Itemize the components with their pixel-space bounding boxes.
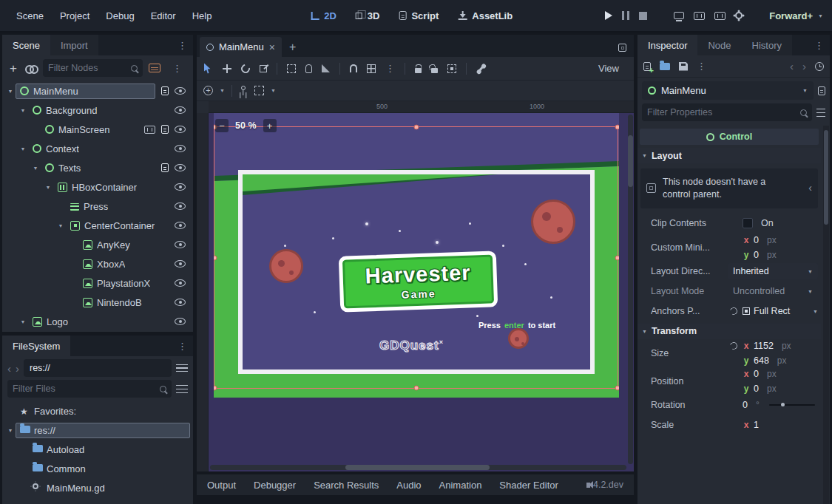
- expand-arrow-icon[interactable]: [18, 108, 28, 113]
- split-mode-icon[interactable]: [176, 364, 188, 372]
- history-back-icon[interactable]: [790, 60, 794, 72]
- workspace-2d-button[interactable]: 2D: [304, 7, 343, 24]
- property-filter-icon[interactable]: [816, 109, 825, 117]
- canvas-hscroll-thumb[interactable]: [345, 465, 490, 470]
- script-icon[interactable]: [161, 86, 169, 95]
- anchor-preset-icon[interactable]: [239, 86, 248, 95]
- view-menu[interactable]: View: [598, 63, 626, 74]
- expand-arrow-icon[interactable]: [30, 166, 41, 171]
- new-scene-tab-icon[interactable]: [285, 41, 300, 54]
- visibility-icon[interactable]: [175, 145, 186, 152]
- visibility-icon[interactable]: [175, 241, 186, 248]
- layout-warning[interactable]: This node doesn't have a control parent.: [640, 168, 818, 208]
- expand-arrow-icon[interactable]: [18, 146, 28, 151]
- select-tool[interactable]: [204, 64, 213, 74]
- nav-back-icon[interactable]: [7, 362, 11, 375]
- group-layout[interactable]: Layout: [637, 148, 821, 163]
- chevron-down-icon[interactable]: [220, 88, 225, 93]
- tree-row-mainscreen[interactable]: MainScreen: [2, 120, 193, 139]
- selection-handle[interactable]: [615, 255, 620, 260]
- panel-search-results[interactable]: Search Results: [314, 480, 379, 491]
- fs-row-mainmenu-gd[interactable]: MainMenu.gd: [2, 478, 193, 497]
- chevron-down-icon[interactable]: [271, 88, 276, 93]
- canvas-vscroll-thumb[interactable]: [628, 135, 633, 187]
- film-icon[interactable]: [144, 126, 155, 134]
- history-icon[interactable]: [815, 62, 824, 71]
- dock-menu-icon[interactable]: [172, 336, 193, 356]
- selection-handle[interactable]: [413, 125, 419, 130]
- instance-scene-icon[interactable]: [25, 65, 37, 72]
- ruler-tool[interactable]: [322, 64, 330, 72]
- panel-audio[interactable]: Audio: [396, 480, 421, 491]
- tree-row-mainmenu[interactable]: MainMenu: [2, 81, 193, 101]
- attach-script-icon[interactable]: [149, 64, 160, 72]
- menu-debug[interactable]: Debug: [98, 7, 141, 25]
- skeleton-options-icon[interactable]: [478, 65, 484, 72]
- resource-menu-icon[interactable]: [697, 60, 706, 72]
- tab-inspector[interactable]: Inspector: [637, 35, 697, 55]
- zoom-in-button[interactable]: [263, 119, 277, 132]
- movie-maker-icon[interactable]: [735, 12, 743, 19]
- open-docs-icon[interactable]: [818, 86, 825, 95]
- layout-direction-dropdown[interactable]: Inherited: [728, 263, 818, 279]
- visibility-icon[interactable]: [175, 318, 186, 325]
- load-resource-icon[interactable]: [660, 63, 670, 70]
- expand-arrow-icon[interactable]: [55, 223, 66, 228]
- class-header[interactable]: Control: [640, 129, 819, 145]
- selection-handle[interactable]: [615, 386, 620, 391]
- add-node-menu-icon[interactable]: [203, 86, 213, 95]
- group-icon[interactable]: [447, 64, 456, 73]
- workspace-assetlib-button[interactable]: AssetLib: [451, 7, 519, 24]
- remote-debug-icon[interactable]: [674, 12, 684, 19]
- visibility-icon[interactable]: [175, 279, 186, 287]
- rotation-slider[interactable]: [769, 404, 815, 406]
- canvas-area[interactable]: Harvester Game Press enter to start GDQu…: [209, 113, 634, 471]
- history-forward-icon[interactable]: [802, 60, 806, 72]
- fs-row-autoload[interactable]: Autoload: [2, 440, 193, 459]
- close-tab-icon[interactable]: [269, 41, 275, 53]
- move-tool[interactable]: [223, 64, 231, 73]
- y-value-field[interactable]: 0: [754, 250, 759, 260]
- selection-handle[interactable]: [615, 125, 620, 130]
- object-dropdown[interactable]: MainMenu: [642, 81, 814, 100]
- x-value-field[interactable]: 0: [754, 369, 759, 379]
- viewport-canvas[interactable]: 500 1000: [197, 101, 634, 471]
- visibility-icon[interactable]: [175, 183, 186, 191]
- filter-nodes-input[interactable]: [48, 63, 131, 73]
- rotate-tool[interactable]: [240, 62, 252, 75]
- filter-files-input[interactable]: [13, 384, 160, 394]
- rotation-value-field[interactable]: 0: [743, 400, 748, 410]
- tree-row-context[interactable]: Context: [2, 139, 193, 158]
- grid-snap-icon[interactable]: [367, 64, 376, 73]
- visibility-icon[interactable]: [175, 164, 186, 171]
- tab-history[interactable]: History: [742, 35, 792, 55]
- panel-shader-editor[interactable]: Shader Editor: [499, 480, 558, 491]
- smart-snap-icon[interactable]: [350, 64, 357, 72]
- save-icon[interactable]: [679, 62, 688, 71]
- sort-files-icon[interactable]: [176, 385, 188, 393]
- zoom-level[interactable]: 50 %: [235, 120, 257, 131]
- scene-more-icon[interactable]: [166, 59, 188, 77]
- list-select-tool[interactable]: [287, 64, 296, 73]
- renderer-dropdown[interactable]: Forward+: [769, 10, 823, 21]
- x-value-field[interactable]: 1152: [754, 341, 774, 351]
- pan-tool[interactable]: [305, 64, 312, 73]
- zoom-out-button[interactable]: [215, 119, 229, 132]
- selection-handle[interactable]: [214, 255, 217, 260]
- fs-row-favorites[interactable]: Favorites:: [2, 401, 193, 420]
- add-node-button[interactable]: [7, 62, 19, 75]
- scale-tool[interactable]: [260, 65, 267, 72]
- expand-arrow-icon[interactable]: [5, 89, 16, 94]
- layout-mode-dropdown[interactable]: Uncontrolled: [728, 283, 818, 299]
- distraction-free-icon[interactable]: [618, 44, 626, 52]
- snap-grid-menu-icon[interactable]: [254, 86, 264, 95]
- x-value-field[interactable]: 0: [754, 235, 759, 245]
- panel-output[interactable]: Output: [207, 480, 236, 491]
- visibility-icon[interactable]: [175, 87, 186, 95]
- stop-button[interactable]: [639, 12, 647, 20]
- tab-node[interactable]: Node: [697, 35, 741, 55]
- clip-contents-checkbox[interactable]: [743, 218, 753, 228]
- visibility-icon[interactable]: [175, 126, 186, 133]
- scene-tab-mainmenu[interactable]: MainMenu: [200, 37, 282, 57]
- inspector-scroll-thumb[interactable]: [824, 130, 828, 225]
